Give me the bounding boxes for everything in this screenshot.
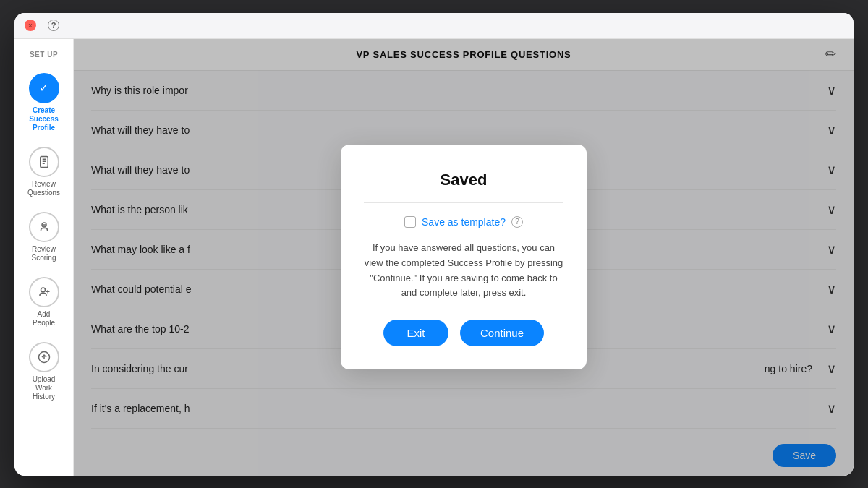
sidebar-item-label: CreateSuccessProfile xyxy=(29,106,59,132)
add-people-icon xyxy=(29,277,59,307)
sidebar-item-label: UploadWorkHistory xyxy=(33,375,56,401)
modal-divider xyxy=(364,202,563,203)
modal-description: If you have answered all questions, you … xyxy=(364,241,563,301)
save-as-template-row: Save as template? ? xyxy=(404,216,523,228)
create-success-profile-icon: ✓ xyxy=(29,73,59,103)
sidebar-item-create-success-profile[interactable]: ✓ CreateSuccessProfile xyxy=(18,69,70,137)
modal-overlay: Saved Save as template? ? If you have an… xyxy=(74,39,854,476)
close-button[interactable]: × xyxy=(25,20,36,31)
app-window: × ? SET UP ✓ CreateSuccessProfile xyxy=(14,13,854,476)
review-questions-icon xyxy=(29,147,59,177)
title-bar: × ? xyxy=(14,13,854,39)
svg-point-6 xyxy=(41,288,45,292)
continue-button[interactable]: Continue xyxy=(460,320,544,346)
upload-work-history-icon xyxy=(29,342,59,372)
setup-label: SET UP xyxy=(30,51,58,59)
sidebar: SET UP ✓ CreateSuccessProfile ReviewQues… xyxy=(14,39,74,476)
modal-title: Saved xyxy=(441,171,488,189)
sidebar-item-upload-work-history[interactable]: UploadWorkHistory xyxy=(18,338,70,406)
sidebar-item-label: ReviewQuestions xyxy=(27,180,60,197)
sidebar-item-label: AddPeople xyxy=(33,310,55,328)
sidebar-item-review-questions[interactable]: ReviewQuestions xyxy=(18,142,70,202)
main-layout: SET UP ✓ CreateSuccessProfile ReviewQues… xyxy=(14,39,854,476)
sidebar-item-add-people[interactable]: AddPeople xyxy=(18,273,70,332)
save-as-template-label[interactable]: Save as template? xyxy=(422,216,506,228)
help-button[interactable]: ? xyxy=(48,20,59,31)
help-icon: ? xyxy=(51,21,56,30)
saved-modal: Saved Save as template? ? If you have an… xyxy=(341,145,587,369)
sidebar-item-label: ReviewScoring xyxy=(32,245,56,262)
template-help-icon[interactable]: ? xyxy=(511,216,523,228)
save-as-template-checkbox[interactable] xyxy=(404,216,416,228)
content-area: VP SALES SUCCESS PROFILE QUESTIONS ✏ Why… xyxy=(74,39,854,476)
sidebar-item-review-scoring[interactable]: ReviewScoring xyxy=(18,207,70,267)
review-scoring-icon xyxy=(29,212,59,242)
close-icon: × xyxy=(28,22,33,30)
exit-button[interactable]: Exit xyxy=(383,320,448,346)
modal-buttons: Exit Continue xyxy=(383,320,544,346)
